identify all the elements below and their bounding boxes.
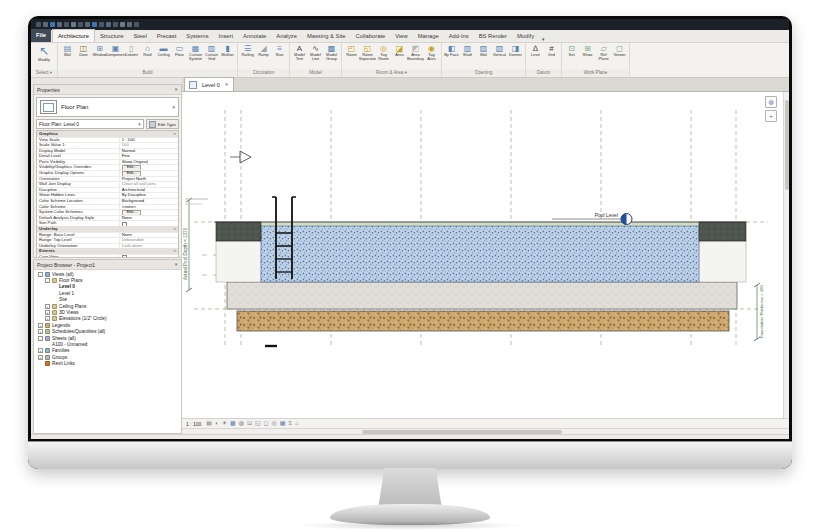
ribbon-button-wall[interactable]: ▨Wall (476, 44, 491, 57)
property-value[interactable]: Look down (119, 244, 178, 249)
property-value[interactable]: Project North (119, 177, 178, 182)
checkbox[interactable] (122, 255, 128, 258)
tab-manage[interactable]: Manage (413, 30, 444, 42)
qat-icon[interactable] (64, 22, 69, 27)
tab-collaborate[interactable]: Collaborate (351, 30, 391, 42)
ribbon-button-dormer[interactable]: ◨Dormer (508, 44, 523, 57)
tab-insert[interactable]: Insert (214, 30, 239, 42)
ribbon-button-viewer[interactable]: ◻Viewer (612, 44, 627, 57)
expand-icon[interactable]: + (45, 316, 50, 321)
qat-icon[interactable] (127, 22, 132, 27)
ribbon-button-floor[interactable]: ▭Floor (172, 44, 187, 57)
chevron-down-icon[interactable]: ▾ (172, 104, 175, 110)
edit-type-button[interactable]: Edit Type (146, 119, 179, 129)
show-crop-region-icon[interactable]: ◱ (255, 419, 261, 428)
vertical-scrollbar-thumb[interactable] (785, 100, 789, 190)
detail-level-icon[interactable]: ▤ (206, 419, 212, 428)
ribbon-button-column[interactable]: ▯Column (124, 44, 139, 57)
tab-structure[interactable]: Structure (95, 30, 129, 42)
ribbon-button-model-group[interactable]: ▩Model Group (324, 44, 339, 62)
ribbon-button-ref-plane[interactable]: ▱Ref Plane (596, 44, 611, 62)
ribbon-button-by-face[interactable]: ◧By Face (444, 44, 459, 57)
tab-architecture[interactable]: Architecture (52, 29, 95, 42)
sun-path-icon[interactable]: ☀ (222, 419, 227, 428)
property-value[interactable]: Background (119, 199, 178, 204)
expand-icon[interactable]: + (45, 310, 50, 315)
qat-icon[interactable] (36, 22, 41, 27)
property-value[interactable]: <none> (119, 205, 178, 210)
ribbon-button-component[interactable]: ▣Component (108, 44, 123, 57)
qat-icon[interactable] (99, 22, 104, 27)
property-value[interactable] (119, 221, 178, 226)
foundation-thickness-dimension[interactable]: Foundation Thickness = 400 (754, 283, 764, 341)
instance-selector[interactable]: Floor Plan: Level 0 ▾ (36, 119, 144, 129)
ribbon-button-roof[interactable]: ⌂Roof (140, 44, 155, 57)
tab-file[interactable]: File (31, 29, 51, 42)
qat-icon[interactable] (78, 22, 83, 27)
constraints-icon[interactable]: ⌂ (295, 419, 299, 428)
property-value[interactable]: Architectural (119, 188, 178, 193)
checkbox[interactable] (122, 222, 128, 226)
ribbon-button-area[interactable]: ◪Area (392, 44, 407, 57)
ribbon-button-show[interactable]: ⊞Show (580, 44, 595, 57)
view-tab-level-0[interactable]: Level 0 ✕ (184, 77, 234, 91)
edit-button[interactable]: Edit... (122, 165, 142, 170)
section-collapse-icon[interactable]: × (173, 131, 176, 137)
tab-analyze[interactable]: Analyze (271, 30, 302, 42)
drawing-canvas[interactable]: Pool Level Actual Pool Depth = 1370 (182, 92, 783, 418)
expand-icon[interactable]: + (38, 329, 43, 334)
tab-view[interactable]: View (390, 30, 412, 42)
property-value[interactable]: Edit... (119, 171, 178, 176)
edit-button[interactable]: Edit... (122, 171, 142, 176)
collapse-icon[interactable]: - (45, 278, 50, 283)
ribbon-button-model-text[interactable]: AModel Text (292, 44, 307, 62)
ribbon-button-curtain-grid[interactable]: ▥Curtain Grid (204, 44, 219, 62)
expand-icon[interactable]: + (38, 355, 43, 360)
ribbon-button-room[interactable]: ◰Room (344, 44, 359, 57)
qat-icon[interactable] (113, 22, 118, 27)
tab-add-ins[interactable]: Add-Ins (444, 30, 474, 42)
qat-icon[interactable] (120, 22, 125, 27)
ribbon-button-tag-room[interactable]: ◎Tag Room (376, 44, 391, 62)
ribbon-button-modify[interactable]: ↖Modify (33, 44, 55, 62)
view-scale-control[interactable]: 1 : 100 (186, 421, 201, 427)
close-icon[interactable]: ✕ (174, 87, 178, 92)
ribbon-button-room-separator[interactable]: ◱Room Separator (360, 44, 375, 62)
crop-view-icon[interactable]: ⊡ (247, 419, 252, 428)
temporary-hide-isolate-icon[interactable]: ◻ (264, 419, 269, 428)
qat-icon[interactable] (106, 22, 111, 27)
ribbon-button-model-line[interactable]: ∿Model Line (308, 44, 323, 62)
ribbon-display-toggle[interactable]: ▾ (542, 36, 545, 42)
expand-icon[interactable]: + (45, 304, 50, 309)
qat-icon[interactable] (43, 22, 48, 27)
property-value[interactable]: Fine (119, 154, 178, 159)
qat-icon[interactable] (85, 22, 90, 27)
property-value[interactable]: Clean all wall joins (119, 182, 178, 187)
property-value[interactable]: None (119, 216, 178, 221)
visual-style-icon[interactable]: ◐ (215, 419, 219, 428)
qat-icon[interactable] (134, 22, 139, 27)
property-value[interactable]: Unbounded (119, 238, 178, 243)
property-value[interactable]: Edit... (119, 165, 178, 170)
zoom-control-icon[interactable]: + (765, 110, 777, 122)
vertical-scrollbar[interactable] (783, 92, 789, 418)
section-collapse-icon[interactable]: × (173, 226, 176, 232)
section-collapse-icon[interactable]: × (173, 248, 176, 254)
ribbon-button-curtain-system[interactable]: ▦Curtain System (188, 44, 203, 62)
expand-icon[interactable]: + (38, 348, 43, 353)
qat-icon[interactable] (71, 22, 76, 27)
ribbon-button-tag-area[interactable]: ◉Tag Area (424, 44, 439, 62)
property-value[interactable]: Edit... (119, 210, 178, 215)
property-value[interactable]: Show Original (119, 160, 178, 165)
type-selector[interactable]: Floor Plan ▾ (36, 97, 179, 117)
qat-icon[interactable] (92, 22, 97, 27)
close-icon[interactable]: ✕ (225, 79, 229, 91)
ribbon-button-area-boundary[interactable]: ◩Area Boundary (408, 44, 423, 62)
qat-icon[interactable] (57, 22, 62, 27)
tab-modify[interactable]: Modify (512, 30, 539, 42)
shadows-icon[interactable]: ▩ (230, 419, 236, 428)
property-value[interactable]: Normal (119, 149, 178, 154)
ribbon-button-railing[interactable]: ☰Railing (240, 44, 255, 57)
tree-item-revit-links[interactable]: Revit Links (36, 360, 179, 366)
tab-massing-site[interactable]: Massing & Site (302, 30, 351, 42)
